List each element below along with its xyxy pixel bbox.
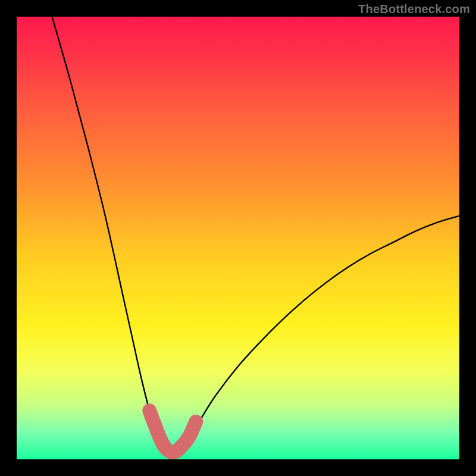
plot-frame	[17, 17, 459, 459]
chart-stage: TheBottleneck.com	[0, 0, 476, 476]
sweet-spot-marker	[143, 404, 156, 417]
sweet-spot-marker	[189, 415, 202, 428]
sweet-spot-marker	[149, 422, 162, 435]
bottleneck-chart	[17, 17, 459, 459]
watermark-text: TheBottleneck.com	[358, 2, 470, 16]
gradient-backdrop	[17, 17, 459, 459]
sweet-spot-marker	[183, 430, 196, 443]
